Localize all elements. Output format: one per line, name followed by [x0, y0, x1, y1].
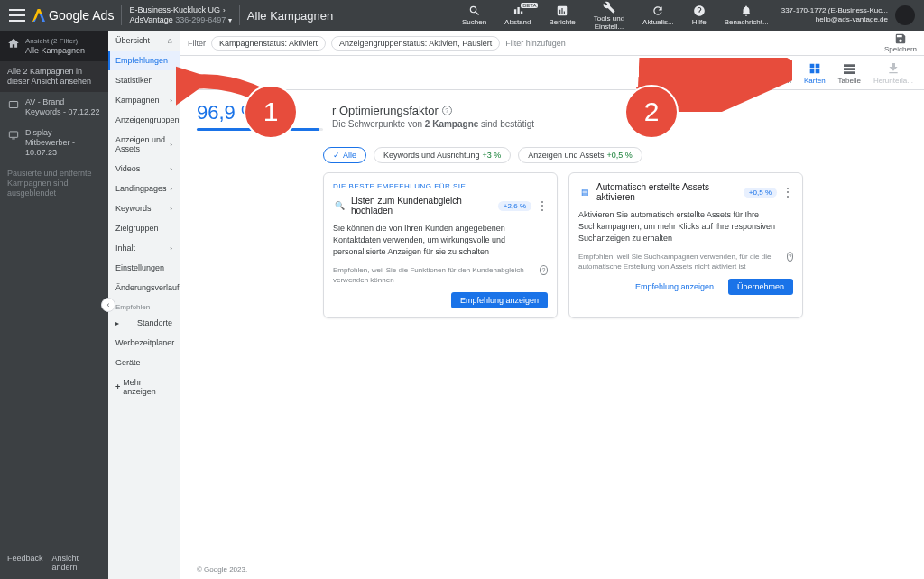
nav-werbezeitplaner[interactable]: Werbezeitplaner	[108, 333, 180, 353]
campaign-sidebar: Ansicht (2 Filter) Alle Kampagnen Alle 2…	[0, 31, 108, 579]
auto-apply-button[interactable]: Automatisch anwenden	[716, 61, 791, 85]
account-switcher[interactable]: E-Business-Kuckluck UG› AdsVantage 336-2…	[129, 5, 231, 25]
check-icon: ✓	[333, 151, 340, 160]
save-button[interactable]: Speichern	[884, 32, 917, 53]
score-value: 96,9 %	[197, 101, 323, 124]
nav-sidebar: Übersicht⌂ Empfehlungen Statistiken Kamp…	[108, 31, 180, 579]
nav-statistiken[interactable]: Statistiken	[108, 70, 180, 90]
info-icon[interactable]: ?	[540, 265, 548, 275]
card-body: Aktivieren Sie automatisch erstellte Ass…	[578, 209, 793, 244]
save-icon	[894, 32, 907, 45]
nav-anzeigengruppen[interactable]: Anzeigengruppen›	[108, 110, 180, 130]
brand-text: Google Ads	[49, 8, 114, 23]
reports-button[interactable]: Berichte	[543, 5, 580, 26]
table-view-button[interactable]: Tabelle	[838, 61, 861, 85]
download-button[interactable]: Herunterla...	[873, 61, 913, 85]
search-button[interactable]: Suchen	[457, 5, 492, 26]
all-campaigns-link[interactable]: Alle 2 Kampagnen in dieser Ansicht anseh…	[0, 61, 108, 92]
paused-note: Pausierte und entfernte Kampagnen sind a…	[0, 163, 108, 204]
main-content: Filter Kampagnenstatus: Aktiviert Anzeig…	[180, 31, 924, 579]
nav-group-empfohlen: Empfohlen	[108, 298, 180, 313]
feedback-link[interactable]: Feedback	[7, 554, 43, 572]
tools-button[interactable]: Tools und Einstell...	[588, 1, 630, 31]
bell-icon	[740, 5, 753, 17]
nav-aenderungsverlauf[interactable]: Änderungsverlauf	[108, 278, 180, 298]
home-icon: ⌂	[168, 36, 172, 45]
tab-ads-assets[interactable]: Anzeigen und Assets+0,5 %	[518, 147, 642, 163]
assets-icon: ▤	[578, 186, 591, 198]
tab-all[interactable]: ✓Alle	[323, 147, 366, 163]
more-icon[interactable]: ⋮	[537, 199, 548, 212]
nav-standorte[interactable]: ▸Standorte	[108, 313, 180, 333]
chevron-right-icon: ›	[170, 205, 172, 213]
info-icon[interactable]: ?	[787, 252, 793, 262]
nav-keywords[interactable]: Keywords›	[108, 198, 180, 218]
chevron-right-icon: ›	[170, 96, 172, 105]
uplift-badge: +2,6 %	[498, 201, 531, 211]
home-icon	[7, 37, 20, 50]
nav-videos[interactable]: Videos›	[108, 159, 180, 179]
help-button[interactable]: Hilfe	[687, 5, 712, 26]
help-icon	[693, 5, 706, 17]
campaign-item[interactable]: AV - Brand Keywords - 07.12.22	[0, 92, 108, 123]
divider	[239, 5, 240, 25]
add-filter[interactable]: Filter hinzufügen	[505, 39, 566, 48]
nav-geraete[interactable]: Geräte	[108, 353, 180, 372]
filter-chip[interactable]: Kampagnenstatus: Aktiviert	[211, 36, 326, 51]
svg-rect-0	[9, 102, 17, 108]
beta-badge: BETA	[521, 3, 538, 8]
view-header[interactable]: Ansicht (2 Filter) Alle Kampagnen	[0, 31, 108, 61]
recommendation-card: DIE BESTE EMPFEHLUNG FÜR SIE 🔍 Listen zu…	[323, 172, 558, 318]
nav-zielgruppen[interactable]: Zielgruppen	[108, 218, 180, 238]
chevron-down-icon: ▾	[228, 16, 232, 24]
search-icon	[468, 5, 481, 17]
nav-empfehlungen[interactable]: Empfehlungen	[108, 51, 180, 70]
search-campaign-icon	[7, 98, 20, 111]
cards-view-button[interactable]: Karten	[804, 61, 826, 85]
nav-mehr[interactable]: +Mehr anzeigen	[108, 372, 180, 401]
filter-chip[interactable]: Anzeigengruppenstatus: Aktiviert, Pausie…	[331, 36, 500, 51]
nav-einstellungen[interactable]: Einstellungen	[108, 258, 180, 278]
refresh-button[interactable]: Aktualis...	[637, 5, 679, 26]
optimization-score: 96,9 % r Optimierungsfaktor? Die Schwerp…	[197, 101, 908, 131]
recommendation-card: ▤ Automatisch erstellte Assets aktiviere…	[568, 172, 803, 318]
view-recommendation-button[interactable]: Empfehlung anzeigen	[451, 292, 548, 308]
copyright: © Google 2023.	[197, 565, 247, 574]
score-bar	[197, 128, 323, 131]
nav-landingpages[interactable]: Landingpages›	[108, 179, 180, 198]
avatar[interactable]	[895, 5, 915, 25]
filter-bar: Filter Kampagnenstatus: Aktiviert Anzeig…	[180, 31, 924, 56]
nav-uebersicht[interactable]: Übersicht⌂	[108, 31, 180, 51]
info-icon[interactable]: ?	[442, 106, 452, 115]
change-view-link[interactable]: Ansicht ändern	[52, 554, 101, 572]
chevron-right-icon: ›	[170, 185, 172, 193]
nav-anzeigen-assets[interactable]: Anzeigen und Assets›	[108, 130, 180, 159]
sidebar-collapse-handle[interactable]: ‹	[101, 298, 116, 312]
card-title: Automatisch erstellte Assets aktivieren	[596, 182, 738, 202]
nav-kampagnen[interactable]: Kampagnen›	[108, 90, 180, 110]
more-icon[interactable]: ⋮	[782, 186, 793, 198]
apply-button[interactable]: Übernehmen	[728, 279, 793, 295]
table-icon	[842, 61, 856, 76]
display-campaign-icon	[7, 129, 20, 142]
user-info: 337-170-1772 (E-Business-Kuc... hello@ad…	[781, 6, 888, 24]
google-ads-logo[interactable]: Google Ads	[32, 8, 114, 23]
wrench-icon	[603, 1, 615, 14]
page-title: Alle Kampagnen	[247, 9, 333, 23]
chevron-right-icon: ›	[170, 165, 172, 173]
nav-inhalt[interactable]: Inhalt›	[108, 238, 180, 258]
refresh-icon	[651, 5, 664, 17]
abstand-button[interactable]: BETAAbstand	[499, 5, 536, 26]
chevron-right-icon: ›	[170, 244, 172, 253]
card-note: Empfohlen, weil Sie die Funktionen für d…	[333, 265, 548, 285]
chevron-right-icon: ›	[223, 5, 226, 15]
svg-rect-2	[12, 139, 15, 140]
category-tabs: ✓Alle Keywords und Ausrichtung+3 % Anzei…	[323, 147, 908, 163]
download-icon	[886, 61, 901, 76]
view-recommendation-button[interactable]: Empfehlung anzeigen	[626, 279, 723, 295]
tab-keywords[interactable]: Keywords und Ausrichtung+3 %	[374, 147, 511, 163]
filter-label: Filter	[188, 39, 206, 48]
campaign-item[interactable]: Display - Mitbewerber - 10.07.23	[0, 123, 108, 163]
menu-icon[interactable]	[9, 9, 25, 22]
notifications-button[interactable]: Benachricht...	[719, 5, 774, 26]
